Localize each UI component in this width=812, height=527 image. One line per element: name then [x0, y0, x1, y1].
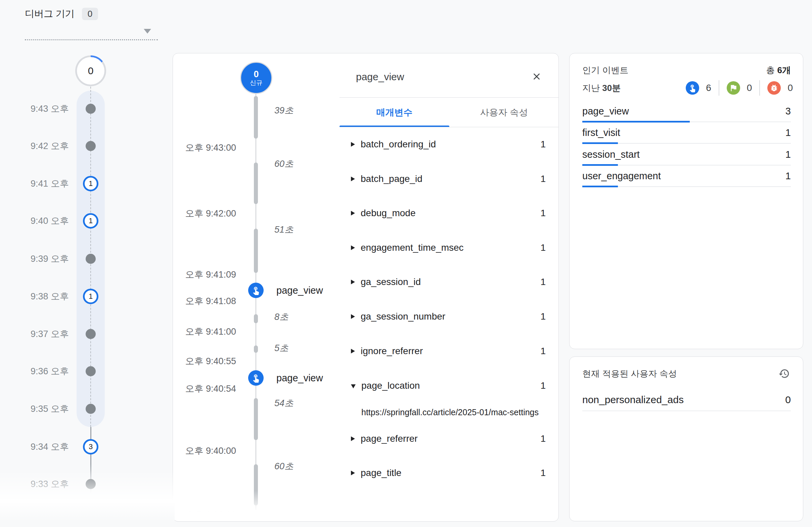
stream-timestamp: 오후 9:40:54	[173, 383, 236, 395]
user-properties-title: 현재 적용된 사용자 속성	[582, 368, 677, 380]
engagement-duration-label: 60초	[274, 158, 293, 170]
tick-count-marker[interactable]: 1	[83, 213, 98, 229]
top-event-row[interactable]: user_engagement 1	[582, 167, 791, 189]
parameter-row[interactable]: page_referrer 1	[351, 433, 546, 444]
engagement-capsule	[254, 346, 258, 353]
stream-event-name[interactable]: page_view	[276, 372, 323, 384]
timeline-tick[interactable]: 9:40 오후 1	[0, 213, 175, 229]
detail-tab[interactable]: 매개변수	[339, 98, 449, 127]
parameter-name: ga_session_id	[361, 277, 421, 287]
top-event-row[interactable]: first_visit 1	[582, 123, 791, 145]
event-count: 1	[785, 149, 791, 160]
user-properties-panel: 현재 적용된 사용자 속성 non_personalized_ads 0	[569, 356, 803, 521]
stream-event-name[interactable]: page_view	[276, 285, 323, 296]
tick-dot-marker[interactable]	[86, 104, 96, 114]
event-name: page_view	[582, 106, 629, 117]
timeline-tick[interactable]: 9:41 오후 1	[0, 176, 175, 192]
tick-count-marker[interactable]: 1	[83, 289, 98, 304]
event-count: 1	[785, 171, 791, 181]
parameter-count: 1	[540, 174, 546, 184]
history-icon	[779, 368, 790, 379]
stream-timestamp: 오후 9:41:00	[173, 326, 236, 338]
engagement-capsule	[254, 96, 258, 138]
user-property-row[interactable]: non_personalized_ads 0	[582, 394, 791, 406]
engagement-capsule	[254, 229, 258, 273]
tick-dot-marker[interactable]	[86, 404, 96, 414]
current-minute-counter-ring: 0	[75, 55, 106, 86]
parameter-row[interactable]: page_title 1	[351, 468, 546, 478]
timeline-tick[interactable]: 9:43 오후	[0, 101, 175, 117]
timeline-tick[interactable]: 9:34 오후 3	[0, 439, 175, 455]
top-event-row[interactable]: page_view 3	[582, 102, 791, 123]
flag-icon	[727, 81, 740, 95]
expand-arrow-icon	[351, 280, 355, 284]
metric-counters: 6 0 0	[686, 80, 793, 96]
expand-arrow-icon	[351, 211, 355, 216]
detail-tab[interactable]: 사용자 속성	[449, 98, 559, 127]
expand-arrow-icon	[351, 177, 355, 181]
user-properties-header: 현재 적용된 사용자 속성	[582, 367, 791, 380]
tick-dot-marker[interactable]	[86, 141, 96, 151]
timeline-tick[interactable]: 9:35 오후	[0, 401, 175, 417]
touch-icon	[686, 81, 699, 95]
event-name: user_engagement	[582, 171, 661, 181]
tick-dot-marker[interactable]	[86, 254, 96, 264]
tick-time-label: 9:40 오후	[0, 213, 69, 229]
engagement-duration-label: 60초	[274, 460, 293, 472]
parameter-count: 1	[540, 139, 546, 150]
parameter-count: 1	[540, 208, 546, 219]
tick-count-marker[interactable]: 3	[83, 439, 98, 454]
parameter-row[interactable]: batch_page_id 1	[351, 174, 546, 184]
metric-counter[interactable]: 0	[727, 81, 752, 95]
tick-time-label: 9:36 오후	[0, 363, 69, 379]
engagement-duration-label: 51초	[274, 223, 293, 236]
tick-time-label: 9:39 오후	[0, 251, 69, 267]
parameter-row[interactable]: debug_mode 1	[351, 208, 546, 219]
tick-dot-marker[interactable]	[86, 329, 96, 339]
metric-counter[interactable]: 0	[767, 81, 793, 95]
metric-counter[interactable]: 6	[686, 81, 711, 95]
top-events-subheader: 지난 30분 6 0	[582, 80, 793, 96]
touch-event-icon[interactable]	[248, 370, 264, 386]
event-detail-card: 0 신규 오후 9:43:00오후 9:42:00오후 9:41:09오후 9:…	[173, 53, 559, 522]
event-stream-line	[256, 94, 256, 510]
event-count: 3	[785, 106, 791, 117]
new-events-badge: 0 신규	[240, 62, 272, 94]
top-events-title: 인기 이벤트	[582, 64, 628, 76]
tick-dot-marker[interactable]	[86, 366, 96, 376]
detail-tabs: 매개변수사용자 속성	[339, 98, 559, 127]
parameter-count: 1	[540, 277, 546, 287]
timeline-tick[interactable]: 9:38 오후 1	[0, 288, 175, 305]
parameter-row[interactable]: batch_ordering_id 1	[351, 139, 546, 150]
parameter-row[interactable]: ignore_referrer 1	[351, 346, 546, 356]
tick-time-label: 9:34 오후	[0, 439, 69, 455]
event-bar-fill	[582, 142, 618, 144]
current-minute-count: 0	[77, 57, 104, 85]
event-name: first_visit	[582, 127, 620, 138]
top-event-row[interactable]: session_start 1	[582, 145, 791, 167]
timeline-tick[interactable]: 9:37 오후	[0, 326, 175, 342]
metric-divider	[759, 80, 760, 96]
event-name: session_start	[582, 149, 640, 160]
user-property-name: non_personalized_ads	[582, 394, 684, 406]
engagement-duration-label: 8초	[274, 311, 289, 323]
close-button[interactable]	[529, 69, 544, 84]
card-bottom-fade	[173, 491, 334, 521]
timeline-tick[interactable]: 9:36 오후	[0, 363, 175, 379]
top-events-header: 인기 이벤트 총 6개	[582, 64, 791, 76]
stream-timestamp: 오후 9:43:00	[173, 142, 236, 154]
parameter-row[interactable]: ga_session_id 1	[351, 277, 546, 287]
engagement-duration-label: 54초	[274, 397, 293, 409]
timeline-tick[interactable]: 9:39 오후	[0, 251, 175, 267]
engagement-capsule	[254, 398, 258, 440]
tick-count-marker[interactable]: 1	[83, 176, 98, 191]
expand-arrow-icon	[351, 384, 356, 389]
history-button[interactable]	[778, 367, 791, 380]
parameter-name: page_referrer	[361, 433, 418, 444]
touch-event-icon[interactable]	[248, 283, 264, 298]
timeline-tick[interactable]: 9:42 오후	[0, 138, 175, 154]
parameter-row[interactable]: page_location 1	[351, 380, 546, 391]
parameter-row[interactable]: engagement_time_msec 1	[351, 243, 546, 253]
engagement-duration-label: 39초	[274, 104, 293, 116]
parameter-row[interactable]: ga_session_number 1	[351, 311, 546, 322]
